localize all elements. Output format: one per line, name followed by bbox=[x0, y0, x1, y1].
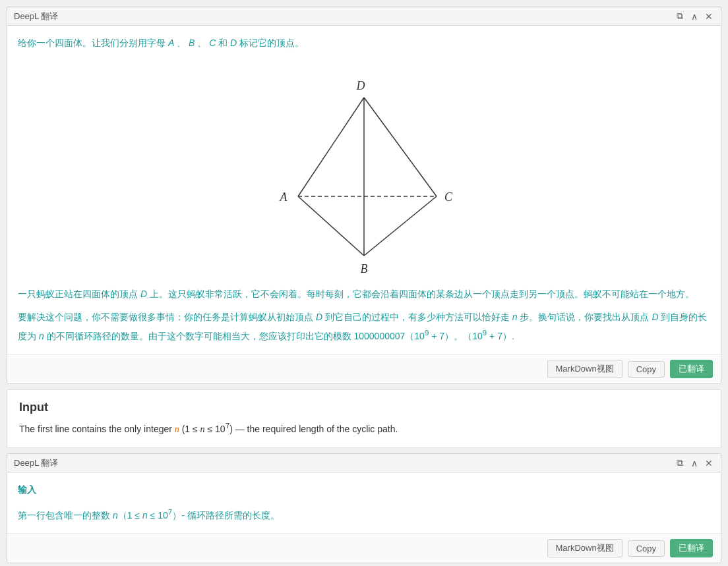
svg-line-1 bbox=[298, 98, 364, 196]
translation-title-1: DeepL 翻译 bbox=[14, 11, 58, 22]
main-content-input: Input The first line contains the only i… bbox=[7, 389, 721, 448]
tetrahedron-diagram: D A B C bbox=[18, 58, 710, 286]
header-controls-1: ⧉ ∧ ✕ bbox=[675, 11, 714, 22]
copy-button-2[interactable]: Copy bbox=[628, 540, 665, 557]
page-wrapper: DeepL 翻译 ⧉ ∧ ✕ 给你一个四面体。让我们分别用字母 A 、 B 、 … bbox=[0, 0, 728, 566]
translated-button-1[interactable]: 已翻译 bbox=[670, 360, 713, 378]
chevron-up-icon-1[interactable]: ∧ bbox=[689, 11, 700, 22]
translation-header-2: DeepL 翻译 ⧉ ∧ ✕ bbox=[7, 454, 721, 472]
copy-square-icon-2[interactable]: ⧉ bbox=[675, 458, 685, 468]
copy-square-icon-1[interactable]: ⧉ bbox=[675, 11, 685, 22]
translation-block-2: DeepL 翻译 ⧉ ∧ ✕ 输入 第一行包含唯一的整数 n（1 ≤ n ≤ 1… bbox=[7, 453, 721, 563]
translation-input-body: 第一行包含唯一的整数 n（1 ≤ n ≤ 107）- 循环路径所需的长度。 bbox=[18, 505, 710, 524]
translation-block-1: DeepL 翻译 ⧉ ∧ ✕ 给你一个四面体。让我们分别用字母 A 、 B 、 … bbox=[7, 7, 721, 384]
translation-footer-1: MarkDown视图 Copy 已翻译 bbox=[7, 354, 721, 383]
tetrahedron-svg: D A B C bbox=[258, 65, 470, 275]
input-variable-n: n bbox=[175, 424, 179, 434]
copy-button-1[interactable]: Copy bbox=[628, 361, 665, 378]
close-icon-1[interactable]: ✕ bbox=[704, 11, 714, 22]
input-section-title: Input bbox=[19, 401, 709, 414]
translation-text-p3: 要解决这个问题，你不需要做很多事情：你的任务是计算蚂蚁从初始顶点 D 到它自己的… bbox=[18, 312, 707, 341]
input-constraint: (1 ≤ n ≤ 107) — the required length of t… bbox=[179, 424, 398, 434]
translation-para-1: 给你一个四面体。让我们分别用字母 A 、 B 、 C 和 D 标记它的顶点。 bbox=[18, 35, 710, 51]
translation-body-1: 给你一个四面体。让我们分别用字母 A 、 B 、 C 和 D 标记它的顶点。 bbox=[7, 26, 721, 354]
translation-text-p1: 给你一个四面体。让我们分别用字母 A 、 B 、 C 和 D 标记它的顶点。 bbox=[18, 38, 304, 48]
translated-button-2[interactable]: 已翻译 bbox=[670, 539, 713, 557]
translation-footer-2: MarkDown视图 Copy 已翻译 bbox=[7, 533, 721, 563]
chevron-up-icon-2[interactable]: ∧ bbox=[689, 458, 700, 468]
translation-title-2: DeepL 翻译 bbox=[14, 457, 58, 469]
translation-para-2: 一只蚂蚁正站在四面体的顶点 D 上。这只蚂蚁非常活跃，它不会闲着。每时每刻，它都… bbox=[18, 286, 710, 302]
vertex-c-label: C bbox=[444, 190, 453, 204]
vertex-b-label: B bbox=[361, 262, 368, 275]
close-icon-2[interactable]: ✕ bbox=[704, 458, 714, 468]
vertex-a-label: A bbox=[280, 190, 288, 204]
markdown-view-button-1[interactable]: MarkDown视图 bbox=[547, 360, 622, 378]
translation-section-title-2: 输入 bbox=[18, 482, 710, 498]
translation-para-3: 要解决这个问题，你不需要做很多事情：你的任务是计算蚂蚁从初始顶点 D 到它自己的… bbox=[18, 309, 710, 345]
translation-header-1: DeepL 翻译 ⧉ ∧ ✕ bbox=[7, 7, 721, 26]
translation-text-p2: 一只蚂蚁正站在四面体的顶点 D 上。这只蚂蚁非常活跃，它不会闲着。每时每刻，它都… bbox=[18, 289, 694, 299]
translation-input-text: 第一行包含唯一的整数 n（1 ≤ n ≤ 107）- 循环路径所需的长度。 bbox=[18, 510, 280, 521]
translation-body-2: 输入 第一行包含唯一的整数 n（1 ≤ n ≤ 107）- 循环路径所需的长度。 bbox=[7, 472, 721, 533]
translation-input-title: 输入 bbox=[18, 484, 36, 495]
svg-line-5 bbox=[364, 196, 437, 256]
input-body-text: The first line contains the only integer bbox=[19, 424, 175, 434]
svg-line-3 bbox=[364, 98, 437, 196]
vertex-d-label: D bbox=[356, 79, 365, 92]
header-controls-2: ⧉ ∧ ✕ bbox=[675, 458, 714, 468]
markdown-view-button-2[interactable]: MarkDown视图 bbox=[547, 539, 622, 557]
svg-line-4 bbox=[298, 196, 364, 256]
input-section-body: The first line contains the only integer… bbox=[19, 420, 709, 437]
